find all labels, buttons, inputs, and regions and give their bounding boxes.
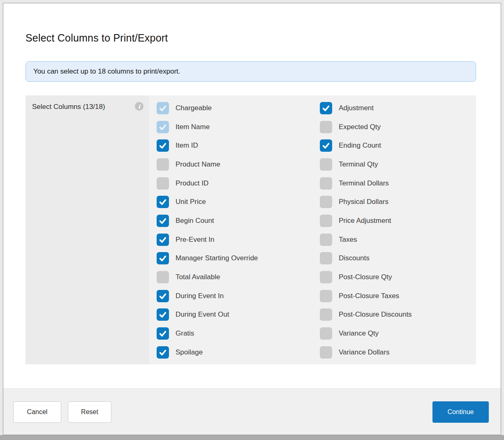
manager-starting-override-checkbox[interactable]: [157, 252, 169, 264]
checkbox-label: Ending Count: [339, 141, 381, 150]
checkbox-label: Terminal Dollars: [339, 179, 389, 188]
checkbox-column-left: ChargeableItem NameItem IDProduct NamePr…: [157, 99, 320, 364]
checkbox-label: Post-Closure Discounts: [339, 310, 412, 319]
checkbox-row: Post-Closure Qty: [320, 268, 412, 287]
checkbox-label: Item Name: [176, 123, 210, 131]
ending-count-checkbox[interactable]: [320, 139, 332, 152]
checkbox-row: Post-Closure Taxes: [320, 287, 412, 306]
panel-header: Select Columns (13/18): [25, 95, 149, 111]
checkbox-label: Price Adjustment: [339, 217, 391, 225]
checkbox-label: Adjustment: [339, 104, 374, 112]
checkbox-row: Item ID: [157, 136, 320, 155]
checkbox-row: Expected Qty: [320, 118, 412, 137]
checkbox-row: Discounts: [320, 249, 412, 268]
checkbox-row: Ending Count: [320, 136, 412, 155]
post-closure-qty-checkbox[interactable]: [320, 271, 332, 283]
post-closure-taxes-checkbox[interactable]: [320, 290, 332, 302]
info-banner-text: You can select up to 18 columns to print…: [33, 67, 180, 76]
checkbox-row: Terminal Dollars: [320, 174, 412, 193]
variance-dollars-checkbox[interactable]: [320, 346, 332, 359]
checkbox-label: Manager Starting Override: [176, 254, 258, 262]
checkbox-row: Unit Price: [157, 192, 320, 211]
cancel-button[interactable]: Cancel: [13, 401, 61, 423]
during-event-out-checkbox[interactable]: [157, 308, 169, 321]
expected-qty-checkbox[interactable]: [320, 121, 332, 133]
chargeable-checkbox: [157, 102, 169, 114]
checkbox-label: Variance Dollars: [339, 348, 389, 357]
checkbox-row: Begin Count: [157, 211, 320, 230]
checkbox-row: Gratis: [157, 324, 320, 343]
checkbox-label: Item ID: [176, 141, 198, 150]
checkbox-label: Chargeable: [176, 104, 212, 112]
checkbox-label: Unit Price: [176, 198, 206, 206]
checkbox-label: During Event Out: [176, 310, 229, 319]
checkbox-row: Terminal Qty: [320, 155, 412, 174]
checkbox-row: Taxes: [320, 230, 412, 249]
checkbox-row: Chargeable: [157, 99, 320, 118]
item-id-checkbox[interactable]: [157, 139, 169, 152]
checkbox-label: Spoilage: [176, 348, 203, 357]
spoilage-checkbox[interactable]: [157, 346, 169, 359]
terminal-qty-checkbox[interactable]: [320, 158, 332, 171]
page-bottom-shadow: [0, 435, 504, 440]
product-id-checkbox[interactable]: [157, 177, 169, 190]
checkbox-row: Price Adjustment: [320, 211, 412, 230]
checkbox-label: Post-Closure Taxes: [339, 292, 399, 300]
select-columns-dialog: Select Columns to Print/Export You can s…: [3, 3, 501, 435]
dialog-title: Select Columns to Print/Export: [25, 32, 168, 44]
checkbox-label: Expected Qty: [339, 123, 381, 131]
begin-count-checkbox[interactable]: [157, 215, 169, 227]
taxes-checkbox[interactable]: [320, 234, 332, 246]
checkbox-label: During Event In: [176, 292, 224, 300]
checkbox-label: Post-Closure Qty: [339, 273, 392, 281]
adjustment-checkbox[interactable]: [320, 102, 332, 114]
unit-price-checkbox[interactable]: [157, 196, 169, 208]
panel-left: Select Columns (13/18) i: [25, 95, 149, 364]
checkbox-row: Product ID: [157, 174, 320, 193]
checkbox-label: Discounts: [339, 254, 370, 262]
product-name-checkbox[interactable]: [157, 158, 169, 171]
discounts-checkbox[interactable]: [320, 252, 332, 264]
checkbox-label: Variance Qty: [339, 329, 379, 338]
info-icon[interactable]: i: [135, 102, 143, 111]
checkbox-label: Gratis: [176, 329, 194, 338]
checkbox-label: Physical Dollars: [339, 198, 388, 206]
checkbox-row: Manager Starting Override: [157, 249, 320, 268]
checkbox-column-right: AdjustmentExpected QtyEnding CountTermin…: [320, 99, 412, 364]
checkbox-label: Pre-Event In: [176, 236, 215, 244]
checkbox-row: Item Name: [157, 118, 320, 137]
checkbox-area: ChargeableItem NameItem IDProduct NamePr…: [149, 95, 476, 364]
variance-qty-checkbox[interactable]: [320, 327, 332, 340]
checkbox-row: Physical Dollars: [320, 192, 412, 211]
physical-dollars-checkbox[interactable]: [320, 196, 332, 208]
checkbox-row: Spoilage: [157, 343, 320, 362]
during-event-in-checkbox[interactable]: [157, 290, 169, 302]
checkbox-row: Variance Dollars: [320, 343, 412, 362]
checkbox-row: During Event In: [157, 287, 320, 306]
gratis-checkbox[interactable]: [157, 327, 169, 340]
checkbox-row: Variance Qty: [320, 324, 412, 343]
item-name-checkbox: [157, 121, 169, 133]
checkbox-row: Pre-Event In: [157, 230, 320, 249]
checkbox-row: Total Available: [157, 268, 320, 287]
checkbox-label: Total Available: [176, 273, 220, 281]
pre-event-in-checkbox[interactable]: [157, 234, 169, 246]
post-closure-discounts-checkbox[interactable]: [320, 308, 332, 321]
dialog-footer: Cancel Reset Continue: [3, 388, 501, 435]
checkbox-row: Post-Closure Discounts: [320, 306, 412, 324]
checkbox-label: Product ID: [176, 179, 208, 188]
checkbox-label: Terminal Qty: [339, 160, 378, 169]
price-adjustment-checkbox[interactable]: [320, 215, 332, 227]
reset-button[interactable]: Reset: [68, 401, 111, 423]
checkbox-label: Taxes: [339, 236, 357, 244]
checkbox-row: Adjustment: [320, 99, 412, 118]
terminal-dollars-checkbox[interactable]: [320, 177, 332, 190]
checkbox-row: During Event Out: [157, 306, 320, 324]
checkbox-row: Product Name: [157, 155, 320, 174]
continue-button[interactable]: Continue: [432, 401, 489, 423]
page-background: Select Columns to Print/Export You can s…: [0, 0, 504, 440]
checkbox-label: Begin Count: [176, 217, 214, 225]
info-banner: You can select up to 18 columns to print…: [25, 61, 476, 82]
total-available-checkbox[interactable]: [157, 271, 169, 283]
checkbox-label: Product Name: [176, 160, 220, 169]
